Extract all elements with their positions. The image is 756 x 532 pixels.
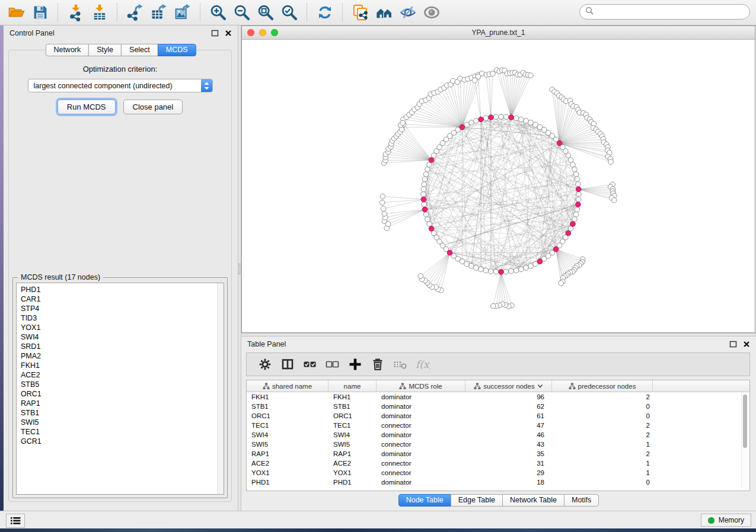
mcds-result-list[interactable]: PHD1CAR1STP4TID3YOX1SWI4SRD1PMA2FKH1ACE2…	[16, 283, 224, 495]
mcds-result-item[interactable]: SWI4	[21, 332, 224, 342]
table-row[interactable]: TEC1TEC1connector472	[247, 421, 749, 430]
cell-shared-name[interactable]: STB1	[247, 403, 328, 410]
scrollbar-thumb[interactable]	[743, 395, 747, 448]
cell-name[interactable]: STB1	[328, 403, 377, 410]
cell-name[interactable]: RAP1	[328, 450, 377, 457]
cell-name[interactable]: PHD1	[328, 479, 377, 486]
cell-predecessor-nodes[interactable]: 2	[552, 393, 653, 400]
run-mcds-button[interactable]: Run MCDS	[58, 100, 116, 114]
cell-shared-name[interactable]: SWI4	[247, 431, 328, 438]
cell-MCDS-role[interactable]: connector	[377, 460, 465, 467]
cell-MCDS-role[interactable]: dominator	[377, 412, 465, 419]
cell-predecessor-nodes[interactable]: 2	[552, 450, 653, 457]
cell-successor-nodes[interactable]: 46	[465, 431, 552, 438]
table-row[interactable]: ORC1ORC1dominator610	[247, 411, 749, 421]
mcds-result-item[interactable]: ACE2	[21, 370, 224, 380]
save-session-button[interactable]	[28, 2, 52, 23]
deselect-all-checkboxes-button[interactable]	[321, 355, 344, 374]
mcds-result-item[interactable]: STB5	[21, 380, 224, 389]
cell-MCDS-role[interactable]: connector	[377, 422, 465, 429]
cell-predecessor-nodes[interactable]: 1	[552, 460, 653, 467]
cell-shared-name[interactable]: ACE2	[247, 460, 328, 467]
cell-MCDS-role[interactable]: connector	[377, 441, 465, 448]
cell-successor-nodes[interactable]: 47	[465, 422, 552, 429]
column-header-MCDS-role[interactable]: MCDS role	[377, 380, 465, 392]
export-image-button[interactable]	[171, 2, 194, 23]
tab-network[interactable]: Network	[45, 44, 89, 56]
tab-select[interactable]: Select	[121, 44, 158, 56]
mcds-result-item[interactable]: PHD1	[21, 285, 224, 294]
zoom-out-button[interactable]	[230, 2, 254, 23]
close-panel-button[interactable]: Close panel	[123, 100, 183, 114]
cell-MCDS-role[interactable]: dominator	[377, 403, 465, 410]
mcds-result-item[interactable]: PMA2	[21, 351, 224, 361]
table-row[interactable]: RAP1RAP1dominator352	[247, 449, 749, 459]
splitter-handle[interactable]	[238, 264, 241, 274]
zoom-in-button[interactable]	[206, 2, 230, 23]
delete-column-button[interactable]	[366, 355, 389, 374]
show-columns-button[interactable]	[276, 355, 299, 374]
open-file-button[interactable]	[5, 2, 28, 23]
refresh-layout-button[interactable]	[313, 2, 337, 23]
float-panel-icon[interactable]	[729, 341, 737, 348]
cell-predecessor-nodes[interactable]: 0	[552, 403, 653, 410]
export-table-button[interactable]	[147, 2, 171, 23]
mcds-result-item[interactable]: TID3	[21, 313, 224, 323]
cell-successor-nodes[interactable]: 31	[465, 460, 552, 467]
cell-shared-name[interactable]: FKH1	[247, 393, 328, 400]
mcds-result-item[interactable]: STB1	[21, 408, 224, 418]
cell-shared-name[interactable]: SWI5	[247, 441, 328, 448]
cell-predecessor-nodes[interactable]: 0	[552, 479, 653, 486]
tab-node-table[interactable]: Node Table	[398, 494, 451, 507]
cell-predecessor-nodes[interactable]: 2	[552, 422, 653, 429]
column-header-successor-nodes[interactable]: successor nodes	[465, 380, 552, 392]
table-settings-button[interactable]	[254, 355, 276, 374]
cell-predecessor-nodes[interactable]: 1	[552, 441, 653, 448]
table-scrollbar[interactable]	[741, 393, 748, 489]
import-network-button[interactable]	[64, 2, 88, 23]
cell-successor-nodes[interactable]: 61	[465, 412, 552, 419]
network-from-file-button[interactable]	[349, 2, 372, 23]
mcds-result-item[interactable]: YOX1	[21, 323, 224, 332]
zoom-window-icon[interactable]	[271, 29, 278, 36]
mcds-result-item[interactable]: TEC1	[21, 427, 224, 437]
cell-MCDS-role[interactable]: dominator	[377, 431, 465, 438]
close-panel-icon[interactable]	[743, 341, 750, 348]
table-row[interactable]: SWI5SWI5connector431	[247, 440, 749, 449]
column-header-shared-name[interactable]: shared name	[247, 380, 328, 392]
hide-graphics-details-button[interactable]	[396, 2, 420, 23]
cell-MCDS-role[interactable]: connector	[377, 469, 465, 476]
network-canvas[interactable]	[242, 40, 755, 332]
memory-button[interactable]: Memory	[701, 514, 751, 527]
show-home-button[interactable]	[372, 2, 396, 23]
cell-predecessor-nodes[interactable]: 2	[552, 431, 653, 438]
table-row[interactable]: ACE2ACE2connector311	[247, 459, 749, 468]
cell-MCDS-role[interactable]: dominator	[377, 393, 465, 400]
cell-shared-name[interactable]: TEC1	[247, 422, 328, 429]
cell-name[interactable]: YOX1	[328, 469, 377, 476]
zoom-fit-button[interactable]	[254, 2, 277, 23]
tab-network-table[interactable]: Network Table	[502, 494, 564, 507]
cell-successor-nodes[interactable]: 35	[465, 450, 552, 457]
tab-mcds[interactable]: MCDS	[158, 44, 196, 56]
add-column-button[interactable]	[344, 355, 366, 374]
cell-successor-nodes[interactable]: 18	[465, 479, 552, 486]
mcds-result-item[interactable]: STP4	[21, 304, 224, 313]
tab-edge-table[interactable]: Edge Table	[451, 494, 503, 507]
cell-successor-nodes[interactable]: 62	[465, 403, 552, 410]
export-network-button[interactable]	[123, 2, 147, 23]
table-row[interactable]: FKH1FKH1dominator962	[247, 392, 749, 402]
cell-name[interactable]: FKH1	[328, 393, 377, 400]
table-row[interactable]: SWI4SWI4dominator462	[247, 430, 749, 440]
cell-name[interactable]: SWI4	[328, 431, 377, 438]
mcds-result-item[interactable]: RAP1	[21, 399, 224, 408]
search-input[interactable]	[594, 8, 749, 17]
mcds-result-item[interactable]: FKH1	[21, 361, 224, 370]
show-panels-button[interactable]	[6, 514, 25, 528]
cell-shared-name[interactable]: RAP1	[247, 450, 328, 457]
cell-name[interactable]: ACE2	[328, 460, 377, 467]
cell-shared-name[interactable]: YOX1	[247, 469, 328, 476]
mcds-result-item[interactable]: SRD1	[21, 342, 224, 351]
mcds-result-item[interactable]: ORC1	[21, 389, 224, 399]
column-header-predecessor-nodes[interactable]: predecessor nodes	[552, 380, 653, 392]
